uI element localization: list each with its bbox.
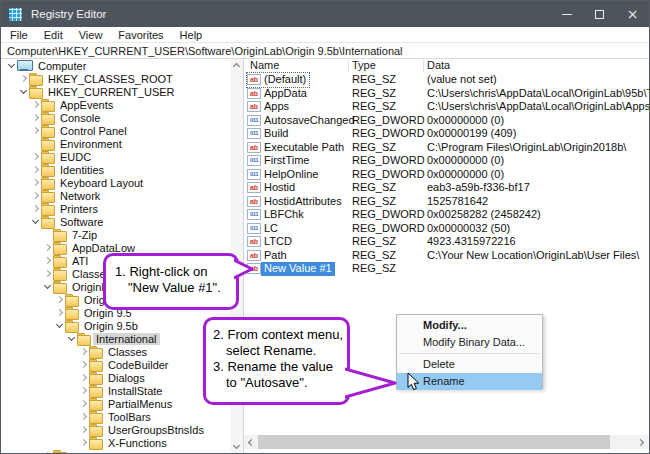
tree-item-hkey-current-user[interactable]: HKEY_CURRENT_USER [1,85,230,98]
maximize-button[interactable] [583,1,616,27]
tree-item-codebuilder[interactable]: CodeBuilder [1,358,230,371]
tree-item-console[interactable]: Console [1,111,230,124]
chevron-right-icon[interactable] [79,358,89,371]
tree-item-hkey-classes-root[interactable]: HKEY_CLASSES_ROOT [1,72,230,85]
scroll-left-icon[interactable] [244,435,258,449]
column-header-type[interactable]: Type [352,59,376,73]
column-separator[interactable] [423,60,424,72]
chevron-placeholder [31,137,41,150]
column-separator[interactable] [348,60,349,72]
value-row-ltcd[interactable]: abLTCDREG_SZ4923.4315972216 [244,235,649,249]
tree-item-partial[interactable] [1,449,230,453]
tree-item-7-zip[interactable]: 7-Zip [1,228,230,241]
value-row-hostidattributes[interactable]: abHostidAttributesREG_SZ1525781642 [244,195,649,209]
value-row-hostid[interactable]: abHostidREG_SZeab3-a59b-f336-bf17 [244,181,649,195]
menu-favorites[interactable]: Favorites [110,29,171,41]
value-data: 0x00000000 (0) [427,114,504,128]
chevron-right-icon[interactable] [31,176,41,189]
chevron-right-icon[interactable] [31,163,41,176]
chevron-right-icon[interactable] [79,436,89,449]
chevron-down-icon[interactable] [43,280,53,293]
folder-icon [53,255,66,267]
value-row-lc[interactable]: 011LCREG_DWORD0x00000032 (50) [244,222,649,236]
close-button[interactable]: × [616,1,649,27]
chevron-right-icon[interactable] [31,111,41,124]
column-header-data[interactable]: Data [427,59,450,73]
chevron-right-icon[interactable] [43,254,53,267]
tree-item-installstate[interactable]: InstallState [1,384,230,397]
horizontal-scrollbar[interactable] [244,435,649,449]
menu-edit[interactable]: Edit [36,29,71,41]
chevron-right-icon[interactable] [55,293,65,306]
value-row-lbfchk[interactable]: 011LBFChkREG_DWORD0x00258282 (2458242) [244,208,649,222]
scroll-up-icon[interactable] [230,59,243,72]
chevron-right-icon[interactable] [79,345,89,358]
chevron-right-icon[interactable] [43,241,53,254]
tree-item-partialmenus[interactable]: PartialMenus [1,397,230,410]
chevron-right-icon[interactable] [79,410,89,423]
value-row-helponline[interactable]: 011HelpOnlineREG_DWORD0x00000000 (0) [244,168,649,182]
chevron-right-icon[interactable] [31,189,41,202]
menu-help[interactable]: Help [172,29,211,41]
tree-item-identities[interactable]: Identities [1,163,230,176]
column-header-name[interactable]: Name [250,59,279,73]
tree-item-eudc[interactable]: EUDC [1,150,230,163]
minimize-button[interactable] [550,1,583,27]
chevron-right-icon[interactable] [79,397,89,410]
context-menu-delete[interactable]: Delete [397,356,542,373]
value-row-new-value-1[interactable]: abNew Value #1REG_SZ [244,262,649,276]
chevron-down-icon[interactable] [19,85,29,98]
callout-line: 1. Right-click on [115,264,236,280]
menu-file[interactable]: File [2,29,36,41]
value-row-appdata[interactable]: abAppDataREG_SZC:\Users\chris\AppData\Lo… [244,87,649,101]
tree-item-international[interactable]: International [1,332,230,345]
value-row-firsttime[interactable]: 011FirstTimeREG_DWORD0x00000000 (0) [244,154,649,168]
tree-item-control-panel[interactable]: Control Panel [1,124,230,137]
tree-item-dialogs[interactable]: Dialogs [1,371,230,384]
address-bar[interactable]: Computer\HKEY_CURRENT_USER\Software\Orig… [1,43,649,59]
menu-view[interactable]: View [71,29,111,41]
value-row-apps[interactable]: abAppsREG_SZC:\Users\chris\AppData\Local… [244,100,649,114]
value-row-build[interactable]: 011BuildREG_DWORD0x00000199 (409) [244,127,649,141]
tree-item-software[interactable]: Software [1,215,230,228]
tree-item-computer[interactable]: Computer [1,59,230,72]
tree-item-classes[interactable]: Classes [1,345,230,358]
chevron-right-icon[interactable] [31,98,41,111]
menu-bar: FileEditViewFavoritesHelp [1,27,649,43]
chevron-right-icon[interactable] [43,267,53,280]
tree-item-network[interactable]: Network [1,189,230,202]
value-row-default[interactable]: ab(Default)REG_SZ(value not set) [244,73,649,87]
tree-item-toolbars[interactable]: ToolBars [1,410,230,423]
scrollbar-thumb[interactable] [258,435,610,449]
tree-item-environment[interactable]: Environment [1,137,230,150]
chevron-down-icon[interactable] [67,332,77,345]
value-row-autosavechanged[interactable]: 011AutosaveChangedREG_DWORD0x00000000 (0… [244,114,649,128]
context-menu-modify-binary-data[interactable]: Modify Binary Data... [397,334,542,351]
chevron-down-icon[interactable] [55,319,65,332]
tree-item-label: HKEY_CURRENT_USER [45,86,178,98]
scroll-down-icon[interactable] [230,440,243,453]
tree-item-x-functions[interactable]: X-Functions [1,436,230,449]
tree-item-printers[interactable]: Printers [1,202,230,215]
folder-icon [53,268,66,280]
chevron-right-icon[interactable] [79,371,89,384]
chevron-right-icon[interactable] [31,124,41,137]
tree-item-usergroupsbtnsids[interactable]: UserGroupsBtnsIds [1,423,230,436]
tree-item-keyboard-layout[interactable]: Keyboard Layout [1,176,230,189]
chevron-down-icon[interactable] [31,215,41,228]
context-menu-modify[interactable]: Modify... [397,317,542,334]
chevron-right-icon[interactable] [79,384,89,397]
chevron-right-icon[interactable] [79,423,89,436]
scroll-right-icon[interactable] [635,435,649,449]
value-row-executable-path[interactable]: abExecutable PathREG_SZC:\Program Files\… [244,141,649,155]
tree-item-origin-9-5b[interactable]: Origin 9.5b [1,319,230,332]
chevron-right-icon[interactable] [19,72,29,85]
chevron-right-icon[interactable] [43,449,53,453]
value-type: REG_SZ [352,73,396,87]
chevron-down-icon[interactable] [7,59,17,72]
tree-item-appevents[interactable]: AppEvents [1,98,230,111]
chevron-right-icon[interactable] [31,150,41,163]
chevron-right-icon[interactable] [31,202,41,215]
value-row-path[interactable]: abPathREG_SZC:\Your New Location\OriginL… [244,249,649,263]
chevron-right-icon[interactable] [55,306,65,319]
